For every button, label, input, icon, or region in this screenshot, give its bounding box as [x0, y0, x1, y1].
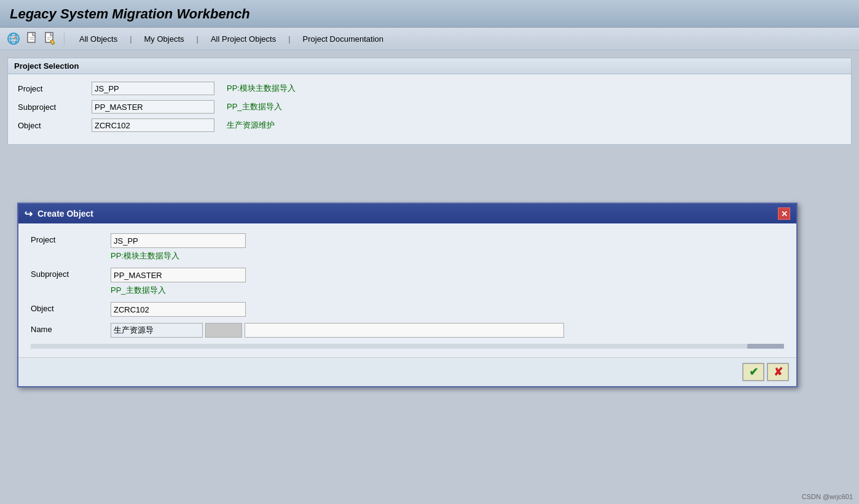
cancel-x-icon: ✘	[774, 365, 783, 379]
dialog-footer: ✔ ✘	[18, 357, 796, 386]
dialog-confirm-button[interactable]: ✔	[742, 363, 764, 381]
dialog-name-masked-input	[205, 323, 242, 338]
new-file-icon[interactable]	[25, 31, 39, 46]
project-input[interactable]	[92, 82, 214, 95]
dialog-subproject-row: Subproject PP_主数据导入	[31, 268, 784, 296]
dialog-project-sub-text: PP:模块主数据导入	[111, 250, 246, 262]
confirm-checkmark-icon: ✔	[749, 365, 758, 379]
dialog-name-row: Name	[31, 323, 784, 338]
tab-separator-3: |	[288, 34, 290, 44]
dialog-project-label: Project	[31, 233, 111, 244]
dialog-title-icon: ↩	[25, 208, 33, 220]
object-label: Object	[18, 121, 92, 130]
title-bar: Legacy System Migration Workbench	[0, 0, 859, 28]
watermark: CSDN @wrjc601	[802, 493, 853, 500]
object-input[interactable]	[92, 118, 214, 132]
project-label: Project	[18, 84, 92, 93]
dialog-project-input[interactable]	[111, 233, 246, 248]
project-row: Project PP:模块主数据导入	[18, 82, 841, 95]
dialog-project-field-group: PP:模块主数据导入	[111, 233, 246, 262]
dialog-object-label: Object	[31, 302, 111, 313]
object-description: 生产资源维护	[227, 120, 275, 131]
main-content: Project Selection Project PP:模块主数据导入 Sub…	[0, 50, 859, 152]
toolbar-divider	[64, 33, 65, 45]
dialog-subproject-field-group: PP_主数据导入	[111, 268, 246, 296]
create-object-dialog: ↩ Create Object ✕ Project PP:模块主数据导入 Sub…	[17, 203, 798, 387]
subproject-label: Subproject	[18, 103, 92, 112]
dialog-name-inputs	[111, 323, 564, 338]
dialog-name-short-input[interactable]	[111, 323, 203, 338]
dialog-object-input[interactable]	[111, 302, 246, 317]
dialog-subproject-label: Subproject	[31, 268, 111, 279]
project-description: PP:模块主数据导入	[227, 83, 296, 94]
dialog-title-label: Create Object	[37, 209, 93, 219]
dialog-subproject-sub-text: PP_主数据导入	[111, 285, 246, 296]
tab-project-documentation[interactable]: Project Documentation	[294, 32, 393, 46]
app-title: Legacy System Migration Workbench	[10, 6, 849, 22]
dialog-scroll-area[interactable]	[31, 344, 784, 349]
svg-rect-12	[50, 39, 55, 44]
tab-all-objects[interactable]: All Objects	[71, 32, 126, 46]
edit-icon[interactable]	[43, 31, 58, 46]
dialog-project-row: Project PP:模块主数据导入	[31, 233, 784, 262]
dialog-name-long-input[interactable]	[245, 323, 564, 338]
dialog-scroll-thumb	[747, 344, 784, 349]
project-selection-header: Project Selection	[8, 58, 851, 74]
dialog-title-content: ↩ Create Object	[25, 208, 93, 220]
subproject-description: PP_主数据导入	[227, 101, 282, 112]
dialog-object-row: Object	[31, 302, 784, 317]
tab-my-objects[interactable]: My Objects	[136, 32, 193, 46]
tab-separator-2: |	[197, 34, 198, 44]
dialog-cancel-button[interactable]: ✘	[767, 363, 789, 381]
project-selection-body: Project PP:模块主数据导入 Subproject PP_主数据导入 O…	[8, 74, 851, 144]
dialog-close-button[interactable]: ✕	[778, 207, 790, 220]
tab-separator-1: |	[130, 34, 131, 44]
tab-all-project-objects[interactable]: All Project Objects	[202, 32, 284, 46]
globe-icon[interactable]	[6, 31, 21, 46]
dialog-subproject-input[interactable]	[111, 268, 246, 282]
dialog-body: Project PP:模块主数据导入 Subproject PP_主数据导入 O…	[18, 223, 796, 357]
dialog-name-label: Name	[31, 323, 111, 334]
dialog-title-bar: ↩ Create Object ✕	[18, 204, 796, 223]
subproject-row: Subproject PP_主数据导入	[18, 100, 841, 114]
subproject-input[interactable]	[92, 100, 214, 114]
toolbar: All Objects | My Objects | All Project O…	[0, 28, 859, 50]
project-selection-panel: Project Selection Project PP:模块主数据导入 Sub…	[7, 58, 852, 145]
object-row: Object 生产资源维护	[18, 118, 841, 132]
